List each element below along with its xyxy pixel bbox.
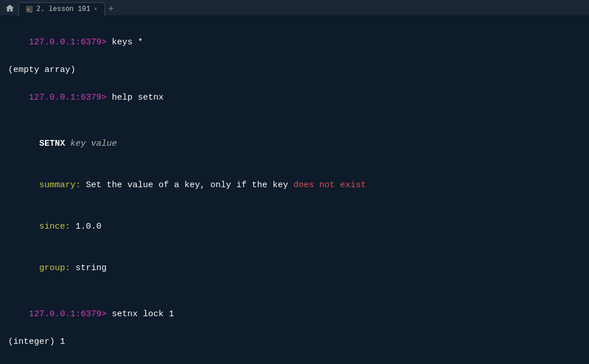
since-label: since: (29, 222, 75, 232)
group-value: string (75, 263, 107, 273)
line-4: 127.0.0.1:6379> get lock (8, 349, 581, 364)
line-2: 127.0.0.1:6379> help setnx (8, 77, 581, 119)
blank-2 (8, 289, 581, 294)
summary-highlight: does not exist (293, 180, 366, 190)
tab-label: 2. lesson 101 (36, 5, 90, 13)
summary-text: Set the value of a key, only if the key (86, 180, 293, 190)
tab-close-button[interactable]: × (94, 6, 97, 13)
summary-line: summary: Set the value of a key, only if… (8, 165, 581, 206)
cmd-3: setnx lock 1 (112, 309, 174, 319)
terminal-tab-icon: >_ (26, 6, 33, 13)
terminal-content: 127.0.0.1:6379> keys * (empty array) 127… (0, 16, 589, 364)
prompt-3: 127.0.0.1:6379> (29, 309, 112, 319)
group-line: group: string (8, 248, 581, 289)
new-tab-button[interactable]: + (105, 4, 118, 14)
cmd-2: help setnx (112, 93, 164, 103)
line-3: 127.0.0.1:6379> setnx lock 1 (8, 294, 581, 335)
titlebar: >_ 2. lesson 101 × + (0, 0, 589, 16)
blank-1 (8, 119, 581, 123)
summary-label: summary: (29, 180, 86, 190)
setnx-args: key value (65, 139, 117, 149)
home-icon (5, 3, 15, 13)
prompt-2: 127.0.0.1:6379> (29, 93, 112, 103)
since-value: 1.0.0 (75, 222, 101, 232)
line-1: 127.0.0.1:6379> keys * (8, 22, 581, 63)
active-tab[interactable]: >_ 2. lesson 101 × (18, 2, 105, 16)
svg-text:>_: >_ (27, 7, 32, 12)
group-label: group: (29, 263, 75, 273)
prompt-1: 127.0.0.1:6379> (29, 37, 112, 47)
output-3: (integer) 1 (8, 335, 581, 349)
cmd-1: keys * (112, 37, 143, 47)
output-1: (empty array) (8, 63, 581, 77)
setnx-syntax-line: SETNX key value (8, 123, 581, 165)
since-line: since: 1.0.0 (8, 206, 581, 248)
setnx-keyword: SETNX (29, 139, 65, 149)
